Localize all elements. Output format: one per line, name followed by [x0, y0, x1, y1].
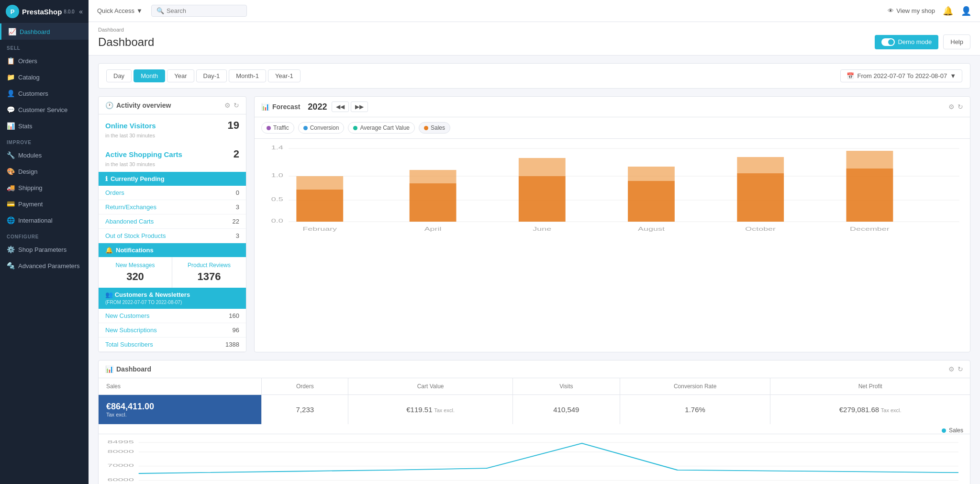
- sidebar-item-label: Shipping: [18, 184, 43, 191]
- tab-day[interactable]: Day: [106, 69, 132, 82]
- page-header: Dashboard Dashboard Demo mode Help: [89, 22, 980, 56]
- sidebar-item-payment[interactable]: 💳 Payment: [0, 196, 89, 212]
- new-messages-value: 320: [103, 270, 167, 283]
- col-net-profit: Net Profit: [770, 378, 970, 395]
- new-customers-row: New Customers 160: [99, 309, 246, 323]
- forecast-prev-button[interactable]: ◀◀: [332, 101, 349, 112]
- new-customers-link[interactable]: New Customers: [105, 312, 149, 319]
- sidebar-item-label: Dashboard: [20, 28, 50, 35]
- bell-icon: 🔔: [105, 247, 113, 254]
- date-tabs-bar: Day Month Year Day-1 Month-1 Year-1 📅 Fr…: [98, 63, 970, 89]
- stats-icon: 📊: [7, 122, 14, 130]
- bottom-sales-chart: 84995 80000 70000 60000: [99, 434, 970, 484]
- pending-stock-link[interactable]: Out of Stock Products: [105, 232, 166, 239]
- payment-icon: 💳: [7, 200, 14, 208]
- col-sales: Sales: [99, 378, 262, 395]
- sidebar-item-orders[interactable]: 📋 Orders: [0, 53, 89, 69]
- sidebar-item-label: Customer Service: [18, 106, 67, 113]
- sales-chart-legend: Sales: [99, 424, 970, 434]
- user-account-icon[interactable]: 👤: [961, 6, 971, 16]
- demo-mode-button[interactable]: Demo mode: [875, 35, 938, 49]
- pending-info-icon: ℹ: [105, 175, 108, 182]
- activity-card-header: 🕐 Activity overview ⚙ ↻: [99, 97, 246, 114]
- pending-returns-link[interactable]: Return/Exchanges: [105, 203, 156, 211]
- activity-refresh-icon[interactable]: ↻: [234, 101, 239, 109]
- customers-icon-header: 👥: [105, 291, 115, 298]
- sidebar: P PrestaShop 8.0.0 « 📈 Dashboard SELL 📋 …: [0, 0, 89, 484]
- pending-returns-row: Return/Exchanges 3: [99, 200, 246, 214]
- pending-orders-link[interactable]: Orders: [105, 189, 124, 196]
- total-subscribers-link[interactable]: Total Subscribers: [105, 341, 153, 348]
- tab-day-1[interactable]: Day-1: [196, 69, 227, 82]
- forecast-refresh-icon[interactable]: ↻: [958, 103, 963, 111]
- svg-rect-16: [737, 173, 784, 222]
- sidebar-item-shipping[interactable]: 🚚 Shipping: [0, 180, 89, 196]
- sidebar-item-stats[interactable]: 📊 Stats: [0, 118, 89, 134]
- legend-traffic[interactable]: Traffic: [261, 122, 294, 134]
- forecast-next-button[interactable]: ▶▶: [351, 101, 368, 112]
- quick-access-button[interactable]: Quick Access ▼: [97, 7, 143, 14]
- activity-settings-icon[interactable]: ⚙: [224, 101, 231, 109]
- forecast-year: 2022: [308, 102, 327, 112]
- sidebar-item-label: Shop Parameters: [18, 246, 67, 253]
- sidebar-collapse-button[interactable]: «: [79, 8, 83, 15]
- svg-rect-8: [296, 190, 343, 222]
- forecast-title: 📊 Forecast: [261, 103, 300, 111]
- legend-avg-cart[interactable]: Average Cart Value: [348, 122, 415, 134]
- customers-icon: 👤: [7, 90, 14, 97]
- legend-sales[interactable]: Sales: [419, 122, 450, 134]
- sidebar-item-label: International: [18, 217, 53, 224]
- tab-year-1[interactable]: Year-1: [268, 69, 301, 82]
- sidebar-item-advanced-parameters[interactable]: 🔩 Advanced Parameters: [0, 258, 89, 274]
- net-profit-tax-label: Tax excl.: [881, 407, 902, 413]
- sidebar-item-shop-parameters[interactable]: ⚙️ Shop Parameters: [0, 241, 89, 258]
- product-reviews-value: 1376: [177, 270, 241, 283]
- svg-text:June: June: [533, 226, 551, 232]
- tab-year[interactable]: Year: [167, 69, 194, 82]
- logo-icon: P: [6, 5, 19, 18]
- traffic-dot: [267, 126, 271, 130]
- legend-conversion[interactable]: Conversion: [298, 122, 345, 134]
- view-shop-label: View my shop: [896, 7, 935, 14]
- notifications-bell-icon[interactable]: 🔔: [943, 6, 953, 16]
- new-subscriptions-link[interactable]: New Subscriptions: [105, 326, 157, 334]
- forecast-settings-icon[interactable]: ⚙: [948, 103, 955, 111]
- stats-refresh-icon[interactable]: ↻: [958, 365, 963, 373]
- active-carts-label: Active Shopping Carts: [105, 150, 182, 158]
- sidebar-item-catalog[interactable]: 📁 Catalog: [0, 69, 89, 85]
- view-my-shop-link[interactable]: 👁 View my shop: [888, 7, 935, 14]
- date-range-picker-button[interactable]: 📅 From 2022-07-07 To 2022-08-07 ▼: [840, 69, 962, 82]
- svg-text:October: October: [745, 226, 776, 232]
- search-input[interactable]: [167, 7, 238, 14]
- sidebar-item-modules[interactable]: 🔧 Modules: [0, 147, 89, 163]
- svg-text:60000: 60000: [107, 477, 134, 482]
- net-profit-value: €279,081.68: [839, 405, 879, 414]
- stats-card-actions: ⚙ ↻: [948, 365, 963, 373]
- avg-cart-label: Average Cart Value: [360, 124, 410, 131]
- sidebar-item-customer-service[interactable]: 💬 Customer Service: [0, 101, 89, 118]
- customers-date-range: (FROM 2022-07-07 TO 2022-08-07): [105, 300, 182, 305]
- tab-month[interactable]: Month: [134, 69, 165, 82]
- stats-table: Sales Orders Cart Value Visits Conversio…: [99, 378, 970, 424]
- forecast-card-actions: ⚙ ↻: [948, 103, 963, 111]
- avg-cart-dot: [353, 126, 357, 130]
- stats-settings-icon[interactable]: ⚙: [948, 365, 955, 373]
- sidebar-logo: P PrestaShop 8.0.0 «: [0, 0, 89, 23]
- pending-stock-row: Out of Stock Products 3: [99, 229, 246, 243]
- tab-month-1[interactable]: Month-1: [229, 69, 266, 82]
- sidebar-item-international[interactable]: 🌐 International: [0, 212, 89, 228]
- svg-rect-19: [846, 151, 893, 169]
- sidebar-item-dashboard[interactable]: 📈 Dashboard: [0, 23, 89, 40]
- conversion-label: Conversion: [310, 124, 339, 131]
- pending-carts-link[interactable]: Abandoned Carts: [105, 218, 154, 225]
- sidebar-item-label: Orders: [18, 57, 37, 65]
- svg-text:70000: 70000: [107, 463, 134, 468]
- sidebar-item-customers[interactable]: 👤 Customers: [0, 85, 89, 101]
- sidebar-item-design[interactable]: 🎨 Design: [0, 163, 89, 180]
- sales-legend-dot: [942, 428, 946, 433]
- advanced-parameters-icon: 🔩: [7, 262, 14, 270]
- svg-rect-13: [519, 158, 566, 176]
- new-subscriptions-row: New Subscriptions 96: [99, 323, 246, 338]
- help-button[interactable]: Help: [943, 34, 970, 49]
- help-label: Help: [950, 38, 963, 45]
